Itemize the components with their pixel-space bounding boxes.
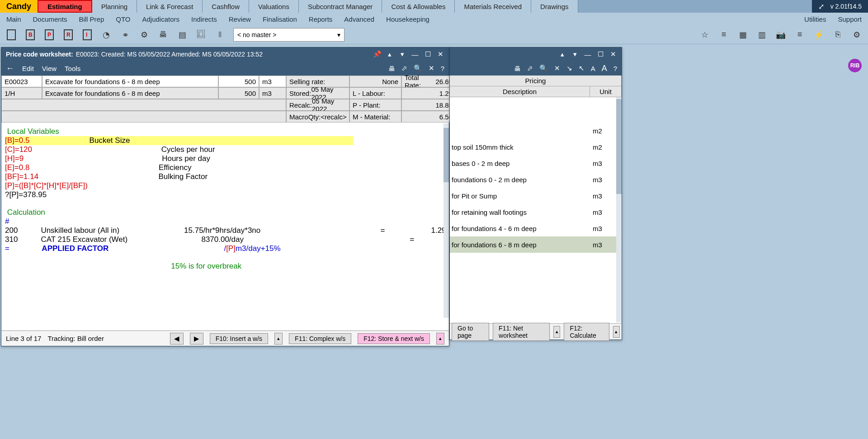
- f12-button[interactable]: F12: Store & next w/s: [358, 333, 430, 344]
- menu-utilities[interactable]: Utilities: [804, 15, 826, 23]
- tab-cost-allowables[interactable]: Cost & Allowables: [382, 0, 455, 13]
- f12-up[interactable]: ▴: [436, 333, 444, 345]
- rt-unit-label[interactable]: Unit: [590, 86, 622, 97]
- list-item[interactable]: bases 0 - 2 m deepm3: [450, 155, 622, 171]
- list-item[interactable]: for retaining wall footingsm3: [450, 204, 622, 220]
- arrow-down-icon[interactable]: ▾: [398, 50, 406, 58]
- code-editor[interactable]: Local Variables [B]=0.5 Bucket Size [C]=…: [1, 123, 449, 312]
- rt-search-icon[interactable]: 🔍: [539, 64, 548, 72]
- f10-up[interactable]: ▴: [274, 333, 283, 345]
- doc-r-icon[interactable]: [62, 29, 74, 41]
- ws-vscrollbar[interactable]: [443, 123, 449, 318]
- maximize-icon[interactable]: ☐: [424, 50, 432, 58]
- menu-housekeeping[interactable]: Housekeeping: [386, 15, 429, 23]
- tab-cashflow[interactable]: Cashflow: [203, 0, 249, 13]
- pie-chart-icon[interactable]: ◔: [100, 29, 112, 41]
- calculator-icon[interactable]: ▦: [737, 29, 749, 41]
- arrow-up-icon[interactable]: ▴: [386, 50, 394, 58]
- menu-qto[interactable]: QTO: [116, 15, 130, 23]
- rt-print-icon[interactable]: 🖶: [514, 65, 521, 72]
- print2-icon[interactable]: 🖶: [388, 65, 395, 72]
- rt-f11-up[interactable]: ▴: [553, 326, 560, 338]
- rt-help-icon[interactable]: ?: [613, 65, 617, 72]
- submenu-view[interactable]: View: [42, 65, 57, 72]
- tab-link-forecast[interactable]: Link & Forecast: [137, 0, 203, 13]
- rt-title-bar[interactable]: ▴ ▾ ― ☐ ✕: [450, 47, 622, 61]
- menu-review[interactable]: Review: [229, 15, 251, 23]
- rib-badge[interactable]: RIB: [848, 59, 862, 72]
- rt-f12-up[interactable]: ▴: [613, 326, 620, 338]
- prev-button[interactable]: ◀: [170, 333, 184, 345]
- minimize-icon[interactable]: ―: [411, 51, 419, 58]
- menu-documents[interactable]: Documents: [33, 15, 67, 23]
- popout-icon[interactable]: ⬀: [401, 64, 407, 72]
- help-icon[interactable]: ?: [441, 65, 444, 72]
- rt-maximize-icon[interactable]: ☐: [596, 50, 604, 58]
- rt-desc-label[interactable]: Description: [450, 86, 590, 97]
- doc-i-icon[interactable]: [81, 29, 93, 41]
- rt-f11-button[interactable]: F11: Net worksheet: [493, 323, 550, 341]
- settings-icon[interactable]: ⚙: [851, 29, 863, 41]
- ws-vscroll-thumb[interactable]: [443, 128, 449, 182]
- form-icon[interactable]: ⿴: [195, 29, 207, 41]
- rt-vscrollbar[interactable]: [616, 97, 622, 322]
- menu-finalisation[interactable]: Finalisation: [263, 15, 297, 23]
- tab-subcontract-manager[interactable]: Subcontract Manager: [299, 0, 382, 13]
- submenu-edit[interactable]: Edit: [22, 65, 34, 72]
- rt-f12-button[interactable]: F12: Calculate: [564, 323, 609, 341]
- menu-advanced[interactable]: Advanced: [344, 15, 374, 23]
- f10-button[interactable]: F10: Insert a w/s: [210, 333, 268, 344]
- tab-valuations[interactable]: Valuations: [249, 0, 299, 13]
- rt-arrow-ul-icon[interactable]: ↖: [579, 64, 585, 72]
- close2-icon[interactable]: ✕: [429, 64, 434, 72]
- list-icon[interactable]: ▤: [176, 29, 188, 41]
- master-select[interactable]: < no master > ▾: [233, 28, 344, 42]
- search-icon[interactable]: 🔍: [414, 64, 422, 72]
- rt-arrow-dr-icon[interactable]: ↘: [566, 64, 572, 72]
- worksheet-title-bar[interactable]: Price code worksheet: E00023: Created: M…: [1, 47, 449, 61]
- menu-support[interactable]: Support: [838, 15, 862, 23]
- rt-close2-icon[interactable]: ✕: [554, 64, 560, 72]
- star-icon[interactable]: ☆: [699, 29, 711, 41]
- list-item[interactable]: for Pit or Sumpm3: [450, 188, 622, 204]
- list-item[interactable]: m2: [450, 123, 622, 139]
- menu-bill-prep[interactable]: Bill Prep: [79, 15, 104, 23]
- tab-materials-received[interactable]: Materials Received: [455, 0, 531, 13]
- tab-drawings[interactable]: Drawings: [531, 0, 578, 13]
- doc-b-icon[interactable]: [24, 29, 36, 41]
- rt-minimize-icon[interactable]: ―: [584, 51, 592, 58]
- gear-icon[interactable]: ⚙: [138, 29, 150, 41]
- rt-popout-icon[interactable]: ⬀: [527, 64, 533, 72]
- library-icon[interactable]: ⦀: [214, 29, 226, 41]
- export-icon[interactable]: ⎘: [832, 29, 844, 41]
- submenu-tools[interactable]: Tools: [65, 65, 80, 72]
- tab-estimating[interactable]: Estimating: [38, 0, 92, 13]
- list-item[interactable]: top soil 150mm thickm2: [450, 139, 622, 155]
- f11-button[interactable]: F11: Complex w/s: [289, 333, 351, 344]
- menu-indirects[interactable]: Indirects: [191, 15, 217, 23]
- rt-vscroll-thumb[interactable]: [616, 99, 622, 194]
- rt-arrow-up-icon[interactable]: ▴: [558, 50, 566, 58]
- close-icon[interactable]: ✕: [436, 50, 444, 58]
- new-doc-icon[interactable]: [5, 29, 17, 41]
- back-icon[interactable]: ←: [6, 64, 14, 73]
- next-button[interactable]: ▶: [190, 333, 203, 345]
- users-icon[interactable]: ⚭: [119, 29, 131, 41]
- tab-planning[interactable]: Planning: [92, 0, 137, 13]
- menu-reports[interactable]: Reports: [309, 15, 333, 23]
- rt-font-small-icon[interactable]: A: [591, 65, 595, 72]
- list-item[interactable]: foundations 0 - 2 m deepm3: [450, 171, 622, 188]
- list3-icon[interactable]: ≡: [794, 29, 806, 41]
- goto-page-button[interactable]: Go to page: [452, 323, 489, 341]
- pin-icon[interactable]: 📌: [373, 50, 381, 58]
- list-item-selected[interactable]: for foundations 6 - 8 m deepm3: [450, 236, 622, 253]
- page-icon[interactable]: ▥: [756, 29, 768, 41]
- rt-font-large-icon[interactable]: A: [602, 64, 607, 73]
- menu-main[interactable]: Main: [6, 15, 21, 23]
- expand-icon[interactable]: ⤢: [818, 2, 824, 11]
- rt-close-icon[interactable]: ✕: [609, 50, 617, 58]
- bolt-icon[interactable]: ⚡: [813, 29, 825, 41]
- camera-icon[interactable]: 📷: [775, 29, 787, 41]
- print-icon[interactable]: 🖶: [157, 29, 169, 41]
- list-item[interactable]: for foundations 4 - 6 m deepm3: [450, 220, 622, 236]
